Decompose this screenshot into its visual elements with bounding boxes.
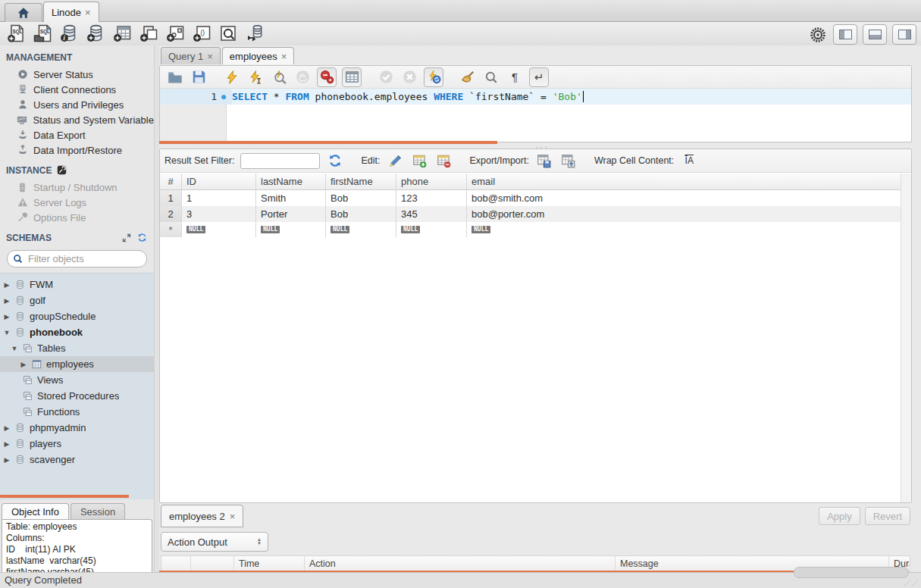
- import-grid-icon[interactable]: [559, 152, 578, 170]
- schema-groupSchedule[interactable]: ▶groupSchedule: [0, 308, 154, 324]
- create-function-icon[interactable]: (): [192, 23, 211, 43]
- cell-id[interactable]: 1: [182, 190, 256, 206]
- chevron-down-icon[interactable]: ▼: [3, 329, 11, 336]
- sidebar-item-data-export[interactable]: Data Export: [0, 127, 154, 142]
- cell-firstname[interactable]: Bob: [326, 206, 396, 222]
- cell-email[interactable]: bob@smith.com: [467, 190, 901, 206]
- cell-null[interactable]: NULL: [182, 222, 256, 237]
- create-procedure-icon[interactable]: [165, 23, 185, 43]
- sql-code-editor[interactable]: 1 ● SELECT * FROM phonebook.employees WH…: [160, 89, 911, 142]
- schema-golf[interactable]: ▶golf: [0, 292, 154, 308]
- connection-tab[interactable]: Linode ×: [43, 2, 99, 22]
- beautify-icon[interactable]: [459, 68, 477, 86]
- schema-phpmyadmin[interactable]: ▶phpmyadmin: [0, 420, 154, 436]
- create-table-icon[interactable]: [112, 23, 132, 43]
- cell-lastname[interactable]: Smith: [256, 190, 326, 206]
- close-icon[interactable]: ×: [207, 52, 213, 61]
- output-col-time[interactable]: Time: [234, 556, 305, 571]
- tree-node-stored-procedures[interactable]: Stored Procedures: [0, 388, 154, 404]
- editor-result-splitter[interactable]: ╷╷╷: [159, 141, 910, 149]
- tab-employees-2[interactable]: employees 2×: [161, 505, 243, 527]
- cell-email[interactable]: bob@porter.com: [467, 206, 901, 222]
- cell-lastname[interactable]: Porter: [256, 206, 326, 222]
- add-row-icon[interactable]: [410, 152, 428, 170]
- col-header-id[interactable]: ID: [182, 174, 256, 190]
- invisibles-icon[interactable]: ¶: [506, 68, 524, 86]
- schema-scavenger[interactable]: ▶scavenger: [0, 452, 154, 468]
- sidebar-item-server-logs[interactable]: Server Logs: [0, 195, 154, 210]
- toggle-right-panel-button[interactable]: [892, 24, 916, 45]
- sidebar-item-data-import[interactable]: Data Import/Restore: [0, 142, 154, 158]
- row-index[interactable]: 2: [160, 206, 182, 222]
- cell-firstname[interactable]: Bob: [326, 190, 396, 206]
- close-icon[interactable]: ×: [281, 52, 287, 61]
- schema-players[interactable]: ▶players: [0, 436, 154, 452]
- home-tab[interactable]: [5, 3, 42, 22]
- refresh-schemas-icon[interactable]: [136, 232, 148, 243]
- expand-panel-icon[interactable]: [121, 232, 132, 243]
- cell-phone[interactable]: 345: [396, 206, 467, 222]
- output-col-action[interactable]: Action: [305, 556, 616, 571]
- create-view-icon[interactable]: [139, 23, 158, 43]
- sidebar-item-options-file[interactable]: Options File: [0, 210, 154, 225]
- close-icon[interactable]: ×: [230, 511, 236, 521]
- sidebar-item-server-status[interactable]: Server Status: [0, 67, 154, 82]
- explain-icon[interactable]: [270, 68, 288, 86]
- inspect-database-icon[interactable]: i: [59, 23, 79, 43]
- horizontal-scrollbar-thumb[interactable]: [794, 567, 909, 578]
- col-header-lastname[interactable]: lastName: [256, 174, 326, 190]
- open-script-icon[interactable]: [166, 68, 184, 86]
- output-selector[interactable]: Action Output ▲▼: [161, 532, 268, 552]
- tree-node-tables[interactable]: ▼Tables: [0, 340, 154, 356]
- col-header-index[interactable]: #: [160, 174, 182, 190]
- sql-statement[interactable]: SELECT * FROM phonebook.employees WHERE …: [232, 89, 584, 105]
- close-icon[interactable]: ×: [85, 8, 91, 17]
- chevron-right-icon[interactable]: ▶: [3, 281, 11, 289]
- limit-rows-icon[interactable]: [342, 67, 362, 87]
- revert-button[interactable]: Revert: [865, 507, 910, 525]
- workbench-wheel-icon[interactable]: [808, 25, 828, 45]
- execute-current-icon[interactable]: [246, 68, 265, 86]
- edit-pencil-icon[interactable]: [386, 152, 404, 170]
- col-header-phone[interactable]: phone: [396, 174, 467, 190]
- delete-row-icon[interactable]: [434, 152, 453, 170]
- chevron-right-icon[interactable]: ▶: [3, 313, 11, 321]
- search-table-data-icon[interactable]: [218, 23, 238, 43]
- cell-id[interactable]: 3: [182, 206, 256, 222]
- sidebar-item-startup-shutdown[interactable]: Startup / Shutdown: [0, 180, 154, 195]
- chevron-right-icon[interactable]: ▶: [3, 456, 11, 464]
- chevron-right-icon[interactable]: ▶: [3, 440, 11, 448]
- apply-button[interactable]: Apply: [819, 507, 860, 525]
- sidebar-item-users-privileges[interactable]: Users and Privileges: [0, 97, 154, 112]
- row-index[interactable]: 1: [160, 190, 182, 206]
- chevron-right-icon[interactable]: ▶: [3, 424, 11, 432]
- cell-null[interactable]: NULL: [396, 222, 467, 237]
- sidebar-item-status-system-variables[interactable]: Status and System Variables: [0, 112, 154, 127]
- result-filter-input[interactable]: [240, 153, 320, 169]
- toggle-autocommit-icon[interactable]: [424, 67, 443, 87]
- chevron-right-icon[interactable]: ▶: [3, 297, 11, 305]
- toggle-bottom-panel-button[interactable]: [863, 24, 887, 45]
- sidebar-item-client-connections[interactable]: Client Connections: [0, 82, 154, 97]
- create-schema-icon[interactable]: [86, 23, 105, 43]
- toggle-left-panel-button[interactable]: [833, 24, 857, 45]
- cell-null[interactable]: NULL: [256, 222, 326, 237]
- tree-node-functions[interactable]: Functions: [0, 404, 154, 420]
- tree-node-views[interactable]: Views: [0, 372, 154, 388]
- cell-null[interactable]: NULL: [326, 222, 396, 237]
- rollback-icon[interactable]: [400, 68, 418, 86]
- toggle-stop-on-error-icon[interactable]: [317, 67, 337, 87]
- cell-phone[interactable]: 123: [396, 190, 467, 206]
- tab-object-info[interactable]: Object Info: [2, 503, 69, 519]
- schema-phonebook[interactable]: ▼phonebook: [0, 324, 154, 340]
- refresh-icon[interactable]: [326, 152, 344, 170]
- execute-icon[interactable]: [223, 68, 241, 86]
- result-grid-vertical-scrollbar[interactable]: [901, 174, 911, 502]
- new-sql-tab-icon[interactable]: SQL: [6, 23, 26, 43]
- chevron-down-icon[interactable]: ▼: [11, 345, 18, 352]
- tab-query-1[interactable]: Query 1×: [161, 47, 221, 64]
- schema-filter-input[interactable]: [27, 252, 163, 265]
- open-sql-script-icon[interactable]: SQL: [33, 23, 52, 43]
- tree-node-employees[interactable]: ▶employees: [0, 356, 154, 372]
- wrap-text-icon[interactable]: ↵: [529, 67, 549, 87]
